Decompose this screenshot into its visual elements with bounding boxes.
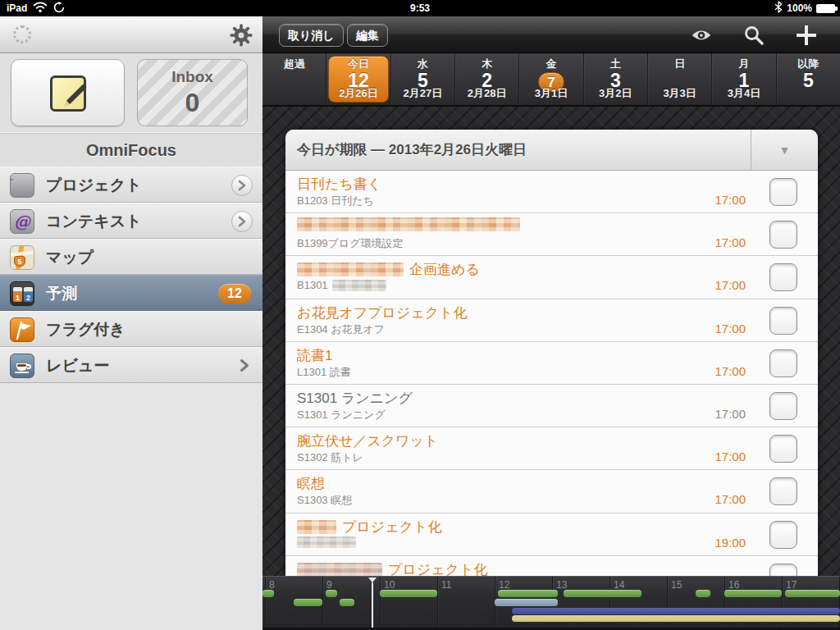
timeline-bar: [785, 590, 840, 597]
task-row[interactable]: S1301 ランニングS1301 ランニング17:00: [285, 385, 818, 427]
timeline-day-label: 12: [499, 579, 509, 591]
tab-date-label: 3月1日: [519, 86, 582, 101]
redacted-text: [297, 520, 336, 534]
sidebar-item-projects[interactable]: プロジェクト: [0, 167, 262, 203]
timeline-bar: [512, 615, 840, 622]
quick-entry-button[interactable]: [11, 59, 125, 126]
timeline-bar: [498, 590, 559, 597]
sidebar-toolbar: [0, 16, 262, 53]
task-checkbox[interactable]: [769, 307, 797, 335]
forecast-icon: 12: [10, 281, 34, 306]
task-project: B1203 日刊たち: [297, 194, 374, 208]
timeline-bar: [495, 599, 558, 606]
task-checkbox[interactable]: [769, 435, 797, 463]
task-checkbox[interactable]: [769, 178, 797, 206]
task-checkbox[interactable]: [769, 349, 797, 377]
timeline-bar: [564, 590, 641, 597]
timeline-bar: [326, 590, 337, 597]
task-checkbox[interactable]: [769, 263, 797, 291]
section-title: 今日が期限 — 2013年2月26日火曜日: [285, 130, 751, 170]
date-tab-mon[interactable]: 月13月4日: [712, 53, 776, 105]
undo-button[interactable]: 取り消し: [279, 24, 344, 47]
sidebar-item-map[interactable]: 5マップ: [0, 239, 262, 275]
timeline-today-marker: [372, 582, 373, 628]
timeline-bar: [512, 608, 840, 614]
chevron-right-icon[interactable]: [231, 211, 253, 232]
date-tab-today[interactable]: 今日122月26日: [326, 53, 390, 105]
date-tab-wed[interactable]: 水52月27日: [391, 53, 455, 105]
date-tab-fri[interactable]: 金73月1日: [519, 53, 583, 105]
date-tab-sat[interactable]: 土33月2日: [584, 53, 648, 105]
sidebar: Inbox 0 OmniFocus プロジェクト@コンテキスト5マップ12予測1…: [0, 16, 262, 630]
date-tab-later[interactable]: 以降5: [777, 53, 840, 105]
timeline-gridline: [265, 577, 266, 628]
task-checkbox[interactable]: [769, 221, 797, 249]
task-project: B1301: [297, 279, 328, 291]
review-icon: [10, 354, 34, 378]
redacted-text: [332, 280, 386, 291]
task-checkbox[interactable]: [769, 392, 797, 420]
task-row[interactable]: 企画進めるB130117:00: [285, 256, 818, 299]
timeline-day-label: 13: [556, 579, 567, 591]
sidebar-quick-row: Inbox 0: [0, 53, 262, 133]
task-checkbox[interactable]: [769, 477, 797, 505]
task-project: S1303 瞑想: [297, 493, 352, 508]
task-row[interactable]: 日刊たち書くB1203 日刊たち17:00: [285, 171, 818, 213]
status-bar: iPad 9:53 100%: [0, 0, 840, 16]
tab-date-label: 2月27日: [391, 86, 454, 101]
tab-date-label: 3月2日: [584, 86, 647, 101]
count-badge: 12: [218, 284, 251, 304]
task-row[interactable]: 読書1L1301 読書17:00: [285, 342, 818, 385]
projects-icon: [10, 173, 34, 198]
task-row[interactable]: お花見オフプロジェクト化E1304 お花見オフ17:00: [285, 299, 818, 342]
timeline-bar: [696, 590, 710, 597]
task-row[interactable]: B1399ブログ環境設定17:00: [285, 213, 818, 256]
eye-icon[interactable]: [691, 25, 712, 46]
map-icon: 5: [10, 245, 34, 270]
date-tab-thu[interactable]: 木22月28日: [455, 53, 519, 105]
sidebar-item-label: コンテキスト: [46, 203, 142, 240]
redacted-text: [297, 217, 520, 231]
sidebar-item-review[interactable]: レビュー: [0, 347, 262, 383]
inbox-count: 0: [138, 88, 247, 118]
tab-date-label: 2月28日: [455, 86, 518, 101]
collapse-toggle[interactable]: ▼: [751, 130, 818, 170]
task-list-panel: 今日が期限 — 2013年2月26日火曜日 ▼ 日刊たち書くB1203 日刊たち…: [285, 130, 818, 591]
date-tab-sun[interactable]: 日3月3日: [648, 53, 712, 105]
search-icon[interactable]: [743, 25, 765, 46]
task-checkbox[interactable]: [769, 521, 797, 549]
flag-icon: [10, 317, 34, 342]
due-time: 17:00: [714, 235, 746, 249]
task-row[interactable]: 腕立伏せ／スクワットS1302 筋トレ17:00: [285, 427, 818, 470]
date-tab-overdue[interactable]: 超過: [262, 53, 326, 105]
sidebar-item-forecast[interactable]: 12予測12: [0, 275, 262, 311]
task-row[interactable]: プロジェクト化19:00: [285, 514, 818, 556]
chevron-down-icon: ▼: [779, 144, 791, 157]
add-icon[interactable]: [796, 25, 817, 46]
task-title: 瞑想: [297, 474, 325, 493]
timeline-bar: [380, 590, 437, 597]
tab-day-label: 日: [648, 57, 711, 71]
tab-date-label: 3月4日: [712, 86, 775, 101]
sidebar-item-flagged[interactable]: フラグ付き: [0, 311, 262, 347]
sidebar-item-label: レビュー: [46, 348, 109, 384]
chevron-right-icon[interactable]: [231, 175, 253, 196]
task-row[interactable]: 瞑想S1303 瞑想17:00: [285, 470, 818, 513]
sidebar-menu: プロジェクト@コンテキスト5マップ12予測12フラグ付きレビュー: [0, 167, 262, 383]
timeline-gridline: [437, 577, 438, 628]
edit-button[interactable]: 編集: [347, 24, 388, 47]
timeline[interactable]: 891011121314151617: [262, 576, 840, 630]
due-time: 17:00: [714, 364, 746, 378]
tab-day-label: 超過: [262, 57, 326, 71]
inbox-button[interactable]: Inbox 0: [137, 59, 248, 126]
sidebar-item-label: フラグ付き: [46, 312, 126, 348]
task-title: 読書1: [297, 346, 332, 365]
task-project: S1301 ランニング: [297, 408, 386, 422]
app-title: OmniFocus: [0, 133, 262, 167]
timeline-day-label: 10: [384, 579, 395, 591]
settings-button[interactable]: [230, 24, 253, 47]
due-time: 17:00: [714, 278, 746, 292]
due-time: 17:00: [714, 322, 746, 336]
task-title: 日刊たち書く: [297, 175, 381, 194]
sidebar-item-contexts[interactable]: @コンテキスト: [0, 203, 262, 239]
